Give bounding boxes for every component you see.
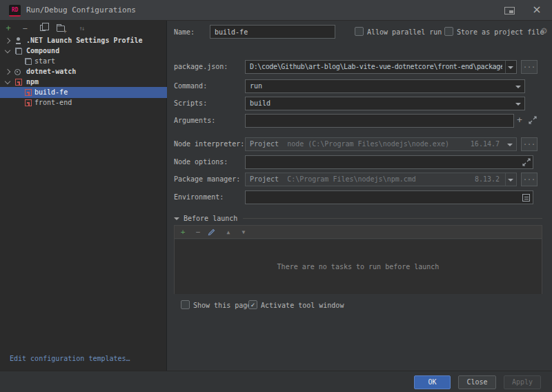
tree-item-dotnet-watch[interactable]: dotnet-watch bbox=[0, 66, 167, 77]
arguments-field-wrap bbox=[245, 114, 514, 128]
remove-task-button[interactable]: − bbox=[193, 227, 204, 237]
chevron-down-icon[interactable] bbox=[5, 79, 10, 84]
environment-field-wrap bbox=[245, 190, 533, 204]
expand-icon[interactable] bbox=[522, 158, 531, 166]
sort-configurations-icon[interactable]: ↑↓ bbox=[76, 23, 87, 34]
close-button[interactable]: Close bbox=[458, 375, 496, 389]
npm-icon bbox=[25, 89, 32, 96]
node-interpreter-version: 16.14.7 bbox=[471, 138, 512, 150]
node-interpreter-label: Node interpreter: bbox=[174, 140, 244, 148]
node-interpreter-prefix: Project bbox=[250, 138, 279, 150]
scripts-combobox[interactable]: build bbox=[245, 97, 525, 110]
watch-eye-icon bbox=[14, 69, 21, 75]
chevron-down-icon bbox=[515, 103, 521, 106]
apply-button[interactable]: Apply bbox=[504, 375, 541, 389]
tree-toolbar: + − ↑↓ bbox=[0, 23, 166, 35]
dialog-button-bar: OK Close Apply bbox=[0, 371, 552, 392]
command-label: Command: bbox=[174, 82, 207, 90]
before-launch-title: Before launch bbox=[184, 215, 237, 222]
command-value: run bbox=[250, 80, 262, 92]
edit-task-icon[interactable] bbox=[208, 228, 219, 236]
package-json-label: package.json: bbox=[174, 63, 228, 70]
float-window-icon[interactable] bbox=[504, 7, 515, 14]
store-as-project-file-label: Store as project file bbox=[457, 28, 544, 36]
allow-parallel-run-checkbox[interactable] bbox=[355, 27, 364, 36]
add-task-button[interactable]: + bbox=[177, 227, 188, 237]
before-launch-empty-text: There are no tasks to run before launch bbox=[277, 263, 440, 271]
before-launch-toolbar: + − ▲ ▼ bbox=[175, 226, 542, 239]
gear-icon[interactable]: ⚙ bbox=[540, 26, 548, 36]
npm-icon bbox=[15, 79, 22, 86]
add-argument-icon[interactable]: + bbox=[517, 115, 522, 125]
name-label: Name: bbox=[174, 28, 195, 36]
package-json-value: D:\code\Github\art-blog\Lab-vite-vue-dot… bbox=[250, 61, 502, 73]
tree-item-start[interactable]: start bbox=[0, 56, 167, 67]
arguments-input[interactable] bbox=[250, 117, 509, 125]
environment-input[interactable] bbox=[250, 194, 529, 202]
tree-item-dotnet-launch-settings[interactable]: .NET Launch Settings Profile bbox=[0, 35, 167, 46]
environment-label: Environment: bbox=[174, 193, 224, 201]
scripts-value: build bbox=[250, 97, 270, 110]
new-folder-icon[interactable] bbox=[57, 26, 65, 32]
configuration-form-panel: Name: Allow parallel run Store as projec… bbox=[167, 21, 552, 371]
combo-arrow-segment[interactable] bbox=[505, 61, 516, 73]
chevron-right-icon[interactable] bbox=[5, 38, 10, 43]
activate-tool-window-label: Activate tool window bbox=[261, 302, 344, 309]
move-up-icon[interactable]: ▲ bbox=[223, 227, 234, 237]
compound-icon bbox=[15, 48, 22, 55]
check-icon: ✓ bbox=[250, 301, 255, 308]
package-manager-label: Package manager: bbox=[174, 175, 240, 183]
name-input[interactable] bbox=[215, 28, 331, 36]
arguments-label: Arguments: bbox=[174, 117, 215, 124]
chevron-down-icon bbox=[508, 66, 513, 69]
compound-icon bbox=[25, 58, 32, 65]
chevron-right-icon[interactable] bbox=[5, 69, 10, 75]
node-interpreter-combobox[interactable]: Project node (C:\Program Files\nodejs\no… bbox=[245, 137, 517, 151]
browse-variables-icon[interactable] bbox=[522, 194, 530, 202]
chevron-down-icon[interactable] bbox=[5, 48, 10, 53]
tree-item-compound[interactable]: Compound bbox=[0, 46, 167, 57]
chevron-down-icon bbox=[515, 86, 521, 88]
before-launch-empty-panel: There are no tasks to run before launch bbox=[175, 239, 542, 294]
node-interpreter-browse-button[interactable]: ... bbox=[521, 137, 538, 151]
before-launch-header[interactable]: Before launch bbox=[174, 215, 542, 222]
launch-settings-icon bbox=[15, 37, 21, 44]
chevron-down-icon bbox=[508, 179, 513, 182]
store-as-project-file-checkbox[interactable] bbox=[444, 27, 453, 36]
configurations-tree-panel: + − ↑↓ .NET Launch Settings Profile Comp… bbox=[0, 21, 167, 371]
node-interpreter-value: node (C:\Program Files\nodejs\node.exe) bbox=[287, 138, 449, 150]
activate-tool-window-checkbox[interactable]: ✓ bbox=[248, 300, 257, 309]
package-manager-browse-button[interactable]: ... bbox=[521, 173, 538, 186]
package-json-browse-button[interactable]: ... bbox=[521, 60, 538, 74]
tree-item-front-end[interactable]: front-end bbox=[0, 97, 167, 108]
node-options-input[interactable] bbox=[250, 159, 529, 166]
tree-item-build-fe[interactable]: build-fe bbox=[0, 87, 167, 98]
package-json-combobox[interactable]: D:\code\Github\art-blog\Lab-vite-vue-dot… bbox=[245, 60, 517, 74]
command-combobox[interactable]: run bbox=[245, 79, 525, 93]
package-manager-value: C:\Program Files\nodejs\npm.cmd bbox=[287, 173, 416, 186]
name-field-wrap bbox=[210, 25, 335, 39]
combo-arrow-segment[interactable] bbox=[505, 173, 516, 186]
rider-logo: RD bbox=[9, 5, 21, 17]
copy-configuration-icon[interactable] bbox=[40, 25, 46, 31]
divider bbox=[243, 218, 542, 219]
move-down-icon[interactable]: ▼ bbox=[238, 227, 249, 237]
scripts-label: Scripts: bbox=[174, 99, 207, 107]
show-this-page-checkbox[interactable] bbox=[181, 300, 190, 309]
tree-item-npm[interactable]: npm bbox=[0, 77, 167, 88]
add-configuration-button[interactable]: + bbox=[3, 23, 14, 34]
title-bar: RD Run/Debug Configurations × bbox=[0, 0, 552, 21]
node-options-field-wrap bbox=[245, 155, 533, 169]
node-options-label: Node options: bbox=[174, 158, 228, 166]
edit-configuration-templates-link[interactable]: Edit configuration templates… bbox=[10, 355, 130, 362]
show-this-page-label: Show this page bbox=[193, 302, 251, 309]
close-icon[interactable]: × bbox=[531, 2, 543, 17]
ok-button[interactable]: OK bbox=[414, 375, 451, 389]
expand-icon[interactable] bbox=[529, 116, 537, 124]
remove-configuration-button[interactable]: − bbox=[19, 23, 30, 34]
package-manager-combobox[interactable]: Project C:\Program Files\nodejs\npm.cmd … bbox=[245, 173, 517, 186]
collapse-triangle-icon bbox=[174, 217, 179, 220]
before-launch-box: + − ▲ ▼ There are no tasks to run before… bbox=[174, 225, 542, 294]
package-manager-prefix: Project bbox=[250, 173, 279, 186]
window-title: Run/Debug Configurations bbox=[26, 6, 136, 14]
